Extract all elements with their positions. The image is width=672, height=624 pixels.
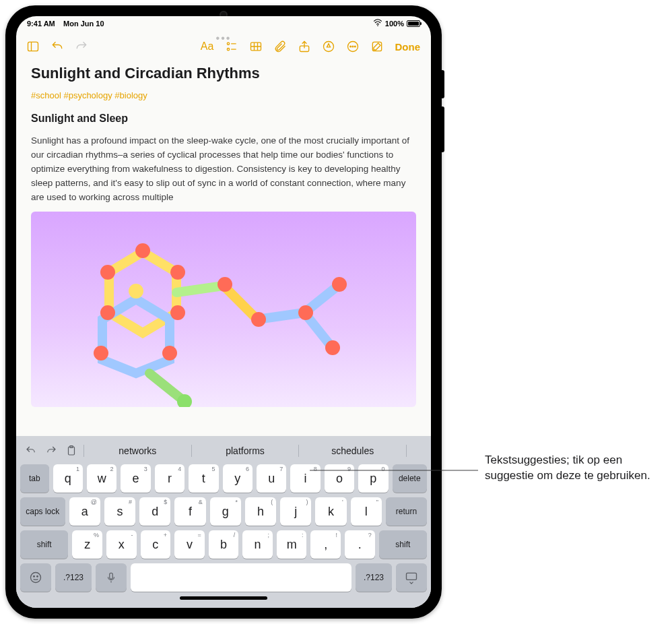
svg-point-26 <box>135 243 150 258</box>
note-title: Sunlight and Circadian Rhythms <box>31 65 416 82</box>
kb-undo-icon[interactable] <box>23 443 39 459</box>
sidebar-toggle-icon[interactable] <box>24 38 42 55</box>
key-dictation[interactable] <box>96 563 127 592</box>
note-tags[interactable]: #school #psychology #biology <box>31 90 416 100</box>
note-body[interactable]: Sunlight has a profound impact on the sl… <box>31 134 416 205</box>
redo-icon <box>73 38 90 55</box>
svg-point-34 <box>332 277 347 292</box>
svg-point-27 <box>170 265 185 280</box>
key-tab[interactable]: tab <box>20 464 49 493</box>
svg-point-30 <box>100 265 115 280</box>
key-p[interactable]: p0 <box>358 464 388 493</box>
key-b[interactable]: b/ <box>209 530 239 559</box>
key-e[interactable]: e3 <box>121 464 150 493</box>
suggestion-2[interactable]: platforms <box>196 443 295 459</box>
note-content[interactable]: Sunlight and Circadian Rhythms #school #… <box>16 61 431 436</box>
format-aa-button[interactable]: Aa <box>199 38 216 55</box>
svg-rect-45 <box>110 573 113 579</box>
key-l[interactable]: l" <box>351 497 382 526</box>
key-delete[interactable]: delete <box>393 464 427 493</box>
screen: 9:41 AM Mon Jun 10 100% ••• <box>16 16 431 608</box>
svg-point-16 <box>354 46 356 47</box>
attachment-icon[interactable] <box>271 38 289 55</box>
svg-point-38 <box>129 284 143 299</box>
key-i[interactable]: i8 <box>290 464 320 493</box>
hw-button <box>440 70 444 98</box>
svg-point-37 <box>162 346 177 361</box>
key-n[interactable]: n; <box>242 530 273 559</box>
markup-icon[interactable] <box>320 38 337 55</box>
done-button[interactable]: Done <box>393 41 424 53</box>
share-icon[interactable] <box>296 38 313 55</box>
svg-point-15 <box>352 46 354 47</box>
key-d[interactable]: d$ <box>139 497 170 526</box>
key-.[interactable]: .? <box>345 530 375 559</box>
more-icon[interactable] <box>344 38 362 55</box>
key-t[interactable]: t5 <box>189 464 218 493</box>
key-numsym-right[interactable]: .?123 <box>356 563 392 592</box>
callout-text: Tekstsuggesties; tik op een suggestie om… <box>485 453 672 484</box>
multitask-dots[interactable]: ••• <box>216 32 232 44</box>
key-h[interactable]: h( <box>245 497 276 526</box>
svg-rect-1 <box>28 42 38 51</box>
battery-icon <box>407 20 420 27</box>
kb-clipboard-icon[interactable] <box>63 443 79 459</box>
svg-point-29 <box>100 305 115 320</box>
onscreen-keyboard: networks platforms schedules tab q1w2e3r… <box>16 436 431 608</box>
svg-point-31 <box>217 277 232 292</box>
status-time: 9:41 AM <box>27 20 55 28</box>
svg-point-5 <box>227 49 229 51</box>
wifi-icon <box>373 18 382 29</box>
ipad-frame: 9:41 AM Mon Jun 10 100% ••• <box>5 5 442 619</box>
suggestion-1[interactable]: networks <box>88 443 187 459</box>
key-shift-right[interactable]: shift <box>379 530 427 559</box>
embedded-image[interactable] <box>31 212 416 407</box>
key-w[interactable]: w2 <box>87 464 116 493</box>
key-s[interactable]: s# <box>104 497 135 526</box>
key-m[interactable]: m: <box>277 530 307 559</box>
home-indicator[interactable] <box>180 596 267 600</box>
key-,[interactable]: ,! <box>310 530 341 559</box>
key-j[interactable]: j) <box>280 497 311 526</box>
key-y[interactable]: y6 <box>223 464 253 493</box>
suggestion-3[interactable]: schedules <box>303 443 402 459</box>
svg-point-14 <box>349 46 351 47</box>
svg-point-44 <box>37 576 38 578</box>
key-x[interactable]: x- <box>106 530 137 559</box>
key-emoji[interactable] <box>20 563 51 592</box>
status-date: Mon Jun 10 <box>63 20 104 28</box>
key-shift-left[interactable]: shift <box>20 530 68 559</box>
key-hide-keyboard[interactable] <box>396 563 427 592</box>
table-icon[interactable] <box>247 38 265 55</box>
svg-point-36 <box>94 346 108 361</box>
svg-point-42 <box>31 573 41 583</box>
hw-button <box>440 106 444 152</box>
battery-pct: 100% <box>385 20 404 28</box>
svg-line-20 <box>176 286 224 292</box>
svg-point-0 <box>377 25 378 26</box>
key-return[interactable]: return <box>386 497 427 526</box>
status-bar: 9:41 AM Mon Jun 10 100% <box>16 16 431 31</box>
key-capslock[interactable]: caps lock <box>20 497 65 526</box>
key-z[interactable]: z% <box>72 530 102 559</box>
undo-icon[interactable] <box>48 38 66 55</box>
key-u[interactable]: u7 <box>257 464 286 493</box>
svg-line-25 <box>149 373 183 400</box>
svg-point-43 <box>34 576 35 578</box>
compose-icon[interactable] <box>368 38 386 55</box>
svg-point-35 <box>325 340 340 355</box>
key-v[interactable]: v= <box>174 530 205 559</box>
key-r[interactable]: r4 <box>155 464 184 493</box>
svg-point-32 <box>251 312 266 327</box>
key-c[interactable]: c+ <box>141 530 171 559</box>
key-g[interactable]: g* <box>210 497 241 526</box>
kb-redo-icon[interactable] <box>43 443 59 459</box>
key-space[interactable] <box>131 563 351 592</box>
key-k[interactable]: k' <box>315 497 346 526</box>
key-o[interactable]: o9 <box>325 464 354 493</box>
key-q[interactable]: q1 <box>53 464 83 493</box>
key-numsym-left[interactable]: .?123 <box>55 563 92 592</box>
svg-point-28 <box>170 305 185 320</box>
key-a[interactable]: a@ <box>69 497 100 526</box>
key-f[interactable]: f& <box>174 497 205 526</box>
